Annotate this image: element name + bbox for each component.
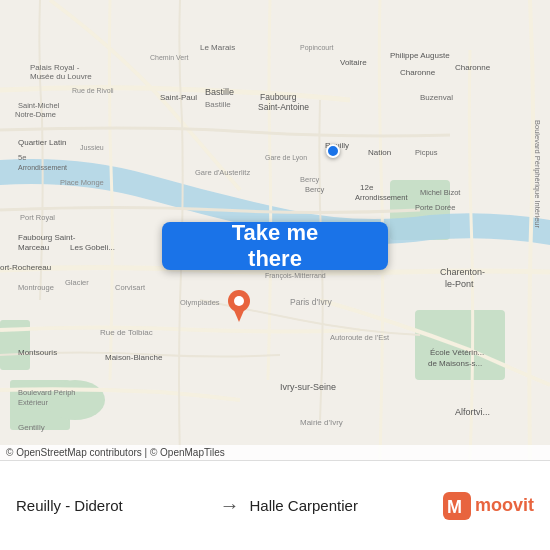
- svg-text:Bercy: Bercy: [300, 175, 319, 184]
- svg-text:Notre-Dame: Notre-Dame: [15, 110, 56, 119]
- svg-point-5: [45, 380, 105, 420]
- svg-text:Gentilly: Gentilly: [18, 423, 45, 432]
- svg-text:de Maisons-s...: de Maisons-s...: [428, 359, 482, 368]
- svg-text:Montrouge: Montrouge: [18, 283, 54, 292]
- svg-text:Port Royal: Port Royal: [20, 213, 55, 222]
- svg-text:École Vétérin...: École Vétérin...: [430, 348, 484, 357]
- svg-text:Mairie d'Ivry: Mairie d'Ivry: [300, 418, 343, 427]
- svg-text:Philippe Auguste: Philippe Auguste: [390, 51, 450, 60]
- map-container: Palais Royal - Musée du Louvre Rue de Ri…: [0, 0, 550, 460]
- take-me-there-button[interactable]: Take me there: [162, 222, 388, 270]
- route-to: Halle Carpentier: [250, 497, 444, 514]
- svg-text:Saint-Michel: Saint-Michel: [18, 101, 60, 110]
- svg-text:Saint-Paul: Saint-Paul: [160, 93, 197, 102]
- svg-text:Boulevard Périph: Boulevard Périph: [18, 388, 76, 397]
- route-from: Reuilly - Diderot: [16, 497, 210, 514]
- svg-text:Autoroute de l'Est: Autoroute de l'Est: [330, 333, 390, 342]
- svg-text:Montsouris: Montsouris: [18, 348, 57, 357]
- svg-text:Ivry-sur-Seine: Ivry-sur-Seine: [280, 382, 336, 392]
- svg-text:Arrondissement: Arrondissement: [355, 193, 408, 202]
- app: Palais Royal - Musée du Louvre Rue de Ri…: [0, 0, 550, 550]
- svg-text:Les Gobeli...: Les Gobeli...: [70, 243, 115, 252]
- svg-text:Corvisart: Corvisart: [115, 283, 146, 292]
- svg-marker-69: [233, 308, 245, 322]
- svg-text:Marceau: Marceau: [18, 243, 49, 252]
- origin-dot: [326, 144, 340, 158]
- svg-text:Bercy: Bercy: [305, 185, 324, 194]
- svg-text:Paris d'Ivry: Paris d'Ivry: [290, 297, 333, 307]
- svg-text:Rue de Rivoli: Rue de Rivoli: [72, 87, 114, 94]
- bottom-bar: Reuilly - Diderot → Halle Carpentier M m…: [0, 460, 550, 550]
- svg-text:François-Mitterrand: François-Mitterrand: [265, 272, 326, 280]
- svg-text:Le Marais: Le Marais: [200, 43, 235, 52]
- destination-pin: [228, 290, 250, 326]
- moovit-wordmark: moovit: [475, 495, 534, 516]
- svg-text:Bastille: Bastille: [205, 87, 234, 97]
- svg-text:Picpus: Picpus: [415, 148, 438, 157]
- svg-text:Faubourg: Faubourg: [260, 92, 297, 102]
- svg-text:Maison-Blanche: Maison-Blanche: [105, 353, 163, 362]
- svg-text:Buzenval: Buzenval: [420, 93, 453, 102]
- svg-text:Gare de Lyon: Gare de Lyon: [265, 154, 307, 162]
- svg-text:Porte Dorée: Porte Dorée: [415, 203, 455, 212]
- svg-point-68: [234, 296, 244, 306]
- svg-text:M: M: [447, 497, 462, 517]
- svg-text:Charonne: Charonne: [400, 68, 436, 77]
- svg-text:Place Monge: Place Monge: [60, 178, 104, 187]
- svg-text:Musée du Louvre: Musée du Louvre: [30, 72, 92, 81]
- svg-text:Michel Bizot: Michel Bizot: [420, 188, 461, 197]
- svg-text:Nation: Nation: [368, 148, 391, 157]
- svg-text:Gare d'Austerlitz: Gare d'Austerlitz: [195, 168, 250, 177]
- svg-text:5e: 5e: [18, 153, 26, 162]
- svg-text:Saint-Antoine: Saint-Antoine: [258, 102, 309, 112]
- svg-text:Arrondissement: Arrondissement: [18, 164, 67, 171]
- svg-text:Palais Royal -: Palais Royal -: [30, 63, 80, 72]
- svg-text:Olympiades: Olympiades: [180, 298, 220, 307]
- svg-text:Charonne: Charonne: [455, 63, 491, 72]
- svg-text:Popincourt: Popincourt: [300, 44, 334, 52]
- svg-text:Glacier: Glacier: [65, 278, 89, 287]
- svg-text:Chemin Vert: Chemin Vert: [150, 54, 189, 61]
- map-attribution: © OpenStreetMap contributors | © OpenMap…: [0, 445, 550, 460]
- svg-text:Rue de Tolbiac: Rue de Tolbiac: [100, 328, 153, 337]
- svg-text:12e: 12e: [360, 183, 374, 192]
- svg-text:Voltaire: Voltaire: [340, 58, 367, 67]
- svg-text:Alfortvi...: Alfortvi...: [455, 407, 490, 417]
- svg-text:Extérieur: Extérieur: [18, 398, 49, 407]
- svg-text:Boulevard Périphérique Intérie: Boulevard Périphérique Intérieur: [533, 120, 542, 228]
- svg-text:Faubourg Saint-: Faubourg Saint-: [18, 233, 76, 242]
- route-arrow-icon: →: [210, 494, 250, 517]
- svg-text:Quartier Latin: Quartier Latin: [18, 138, 66, 147]
- svg-text:Bastille: Bastille: [205, 100, 231, 109]
- svg-text:le-Pont: le-Pont: [445, 279, 474, 289]
- svg-text:Jussieu: Jussieu: [80, 144, 104, 151]
- moovit-logo: M moovit: [443, 492, 534, 520]
- moovit-icon: M: [443, 492, 471, 520]
- svg-text:ort-Rochereau: ort-Rochereau: [0, 263, 51, 272]
- svg-text:Charenton-: Charenton-: [440, 267, 485, 277]
